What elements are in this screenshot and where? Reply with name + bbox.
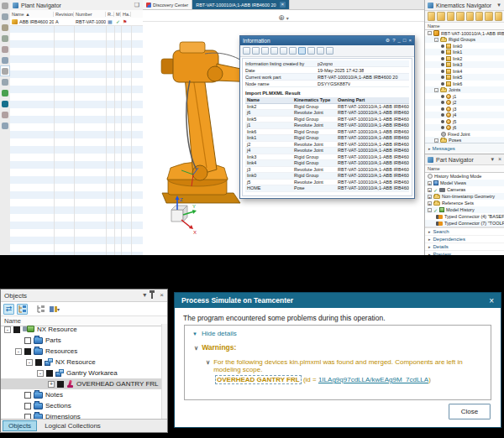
expander-icon[interactable]: + <box>428 201 432 206</box>
settings-icon[interactable] <box>0 76 10 87</box>
expander-icon[interactable]: - <box>434 138 438 143</box>
checkbox[interactable] <box>46 370 53 377</box>
tree-item[interactable]: -RBT-VAT-100010/A;1-ABB IRB4600 20 <box>425 30 504 37</box>
tree-item[interactable]: j2 <box>425 100 504 107</box>
tree-item[interactable]: -NX Resource <box>1 357 162 368</box>
tree-item[interactable]: Notes <box>1 389 162 400</box>
plant-navigator-icon[interactable] <box>0 65 10 76</box>
tree-item[interactable]: +Non-timestamp Geometry <box>425 193 504 200</box>
tree-item[interactable]: -Resources <box>1 346 162 357</box>
tree-item[interactable]: j5 <box>425 118 504 125</box>
messages-section[interactable]: ▸ Messages <box>425 143 504 153</box>
expander-icon[interactable]: + <box>428 195 432 199</box>
tree-item[interactable]: +Reference Sets <box>425 200 504 206</box>
checkbox[interactable] <box>24 392 31 399</box>
tree-item[interactable]: Sections <box>1 400 162 411</box>
collapse-all-icon[interactable] <box>495 12 502 21</box>
table-row[interactable]: j5Revolute JointRBT-VAT-100010/A;1-ABB I… <box>245 180 409 186</box>
find-icon[interactable] <box>307 47 315 55</box>
paste-icon[interactable] <box>280 47 287 55</box>
table-row[interactable]: j4Revolute JointRBT-VAT-100010/A;1-ABB I… <box>245 148 409 154</box>
panel-menu-icon[interactable]: ▾ <box>496 1 501 9</box>
home-icon[interactable] <box>0 0 10 11</box>
expander-icon[interactable]: + <box>48 381 55 388</box>
tree-view-button[interactable] <box>17 304 28 315</box>
checkbox[interactable] <box>35 359 42 366</box>
orient-view-icon[interactable] <box>278 8 285 23</box>
table-row[interactable]: link3Rigid GroupRBT-VAT-100010/A;1-ABB I… <box>245 154 409 161</box>
document-tab[interactable]: RBT-VAT-100010/A;1-ABB IRB4600 20× <box>192 0 290 9</box>
tree-item[interactable]: link2 <box>425 55 504 62</box>
print-icon[interactable] <box>252 47 260 55</box>
table-row[interactable]: link2Rigid GroupRBT-VAT-100010/A;1-ABB I… <box>245 104 409 111</box>
checkbox[interactable] <box>57 381 64 388</box>
expander-icon[interactable]: - <box>4 326 11 333</box>
expander-icon[interactable]: - <box>428 31 432 35</box>
table-row[interactable]: link1Rigid GroupRBT-VAT-100010/A;1-ABB I… <box>245 135 409 142</box>
delete-icon[interactable] <box>289 47 297 55</box>
close-icon[interactable]: × <box>489 296 494 305</box>
expander-icon[interactable]: + <box>428 181 432 185</box>
close-icon[interactable]: × <box>408 38 412 43</box>
device-id-link[interactable]: 1ILAg9q97cdLLA/kwEAg9M_7cdLLA <box>318 376 428 383</box>
tree-item[interactable]: j6 <box>425 125 504 132</box>
column-header[interactable]: Number <box>74 12 106 17</box>
tree-item[interactable]: Parts <box>1 335 162 346</box>
export-kin-icon[interactable] <box>475 12 483 21</box>
tree-column-header[interactable]: Name <box>425 165 504 173</box>
component-icon[interactable] <box>0 33 10 44</box>
close-tab-icon[interactable]: × <box>280 2 286 8</box>
checkbox[interactable] <box>24 348 31 355</box>
box-icon[interactable] <box>0 44 10 55</box>
warnings-group[interactable]: Warnings: <box>194 343 483 352</box>
dependencies-icon[interactable] <box>466 12 474 21</box>
table-row[interactable]: j1Revolute JointRBT-VAT-100010/A;1-ABB I… <box>245 123 409 129</box>
maximize-icon[interactable]: □ <box>403 38 407 43</box>
float-panel-icon[interactable]: ❏ <box>134 1 140 9</box>
tab-objects[interactable]: Objects <box>3 420 37 431</box>
assembly-icon[interactable] <box>0 11 10 22</box>
chevron-down-icon[interactable] <box>286 8 289 23</box>
tree-item[interactable]: -NX Resource <box>1 324 162 335</box>
view-orientation-triad[interactable]: Z Y X <box>165 195 200 235</box>
collection-tree-button[interactable] <box>35 304 46 315</box>
tree-item[interactable]: -Gantry Workarea <box>1 368 162 378</box>
dialog-titlebar[interactable]: Process Simulate on Teamcenter × <box>175 293 501 308</box>
tree-item[interactable]: -✓Model History <box>425 206 504 213</box>
tree-item[interactable]: link3 <box>425 62 504 69</box>
filter-button[interactable]: ▾ <box>49 304 60 315</box>
tab-logical-collections[interactable]: Logical Collections <box>39 420 107 431</box>
close-button[interactable]: Close <box>449 404 491 420</box>
section-details[interactable]: ▸Details <box>425 243 504 251</box>
sync-selection-button[interactable]: ⇄ <box>3 304 14 315</box>
section-search[interactable]: ▸Search <box>425 228 504 236</box>
sketch-icon[interactable] <box>0 22 10 33</box>
tree-item[interactable]: j1 <box>425 93 504 100</box>
export-icon[interactable] <box>243 47 250 55</box>
tree-item[interactable]: j4 <box>425 112 504 119</box>
tree-item[interactable]: link1 <box>425 50 504 56</box>
tree-item[interactable]: j3 <box>425 106 504 112</box>
tree-item[interactable]: -Rigid Groups <box>425 37 504 44</box>
move-icon[interactable] <box>298 47 306 55</box>
panel-menu-icon[interactable]: ▾ <box>143 290 146 300</box>
copy-icon[interactable] <box>270 47 278 55</box>
tree-item[interactable]: link5 <box>425 75 504 81</box>
expander-icon[interactable]: + <box>428 188 432 192</box>
expand-all-icon[interactable] <box>485 12 492 21</box>
document-tab[interactable]: Discovery Center <box>143 0 192 9</box>
table-row[interactable]: link4Rigid GroupRBT-VAT-100010/A;1-ABB I… <box>245 160 409 167</box>
help-icon[interactable]: ? <box>392 38 395 43</box>
tree-column-header[interactable]: Name <box>425 23 504 30</box>
mechanism-icon[interactable] <box>428 12 435 21</box>
tree-item[interactable]: Fixed Joint <box>425 131 504 138</box>
hide-details-toggle[interactable]: Hide details <box>192 330 483 337</box>
checkbox[interactable] <box>13 326 20 333</box>
column-header[interactable]: Revision <box>54 12 74 17</box>
device-name[interactable]: OVERHEAD GANTRY FRL <box>215 375 302 384</box>
section-dependencies[interactable]: ▸Dependencies <box>425 236 504 243</box>
tree-item[interactable]: +✓Cameras <box>425 186 504 193</box>
panel-menu-icon[interactable]: ▾ <box>490 155 495 164</box>
table-row[interactable]: j3Revolute JointRBT-VAT-100010/A;1-ABB I… <box>245 167 409 174</box>
list-icon[interactable] <box>317 47 324 55</box>
